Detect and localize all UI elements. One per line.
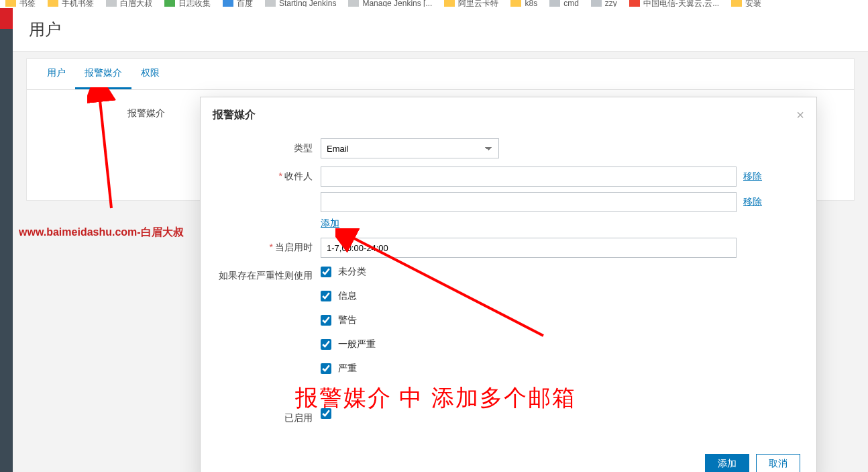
tab-perm[interactable]: 权限 [131, 59, 169, 89]
tab-media[interactable]: 报警媒介 [75, 59, 131, 89]
label-when-enabled: *当启用时 [217, 238, 321, 254]
bookmarks-bar: 书签 手机书签 白眉大叔 日志收集 百度 Starting Jenkins Ma… [0, 0, 868, 7]
file-icon [591, 0, 602, 7]
folder-icon [444, 0, 455, 7]
label-severity: 如果存在严重性则使用 [217, 266, 321, 282]
bookmark-item[interactable]: 中国电信-天翼云,云... [629, 0, 719, 7]
bookmark-item[interactable]: k8s [510, 0, 537, 7]
modal-add-button[interactable]: 添加 [705, 454, 749, 472]
label-type: 类型 [217, 138, 321, 154]
modal-cancel-button[interactable]: 取消 [756, 454, 800, 472]
modal-footer: 添加 取消 [201, 446, 816, 472]
close-icon[interactable]: × [796, 108, 804, 122]
page-title: 用户 [13, 8, 868, 52]
bookmark-item[interactable]: zzy [591, 0, 617, 7]
when-enabled-input[interactable] [321, 238, 737, 258]
remove-link-2[interactable]: 移除 [743, 196, 762, 208]
watermark-text: www.baimeidashu.com-白眉大叔 [19, 226, 184, 240]
bookmark-item[interactable]: Manage Jenkins [... [348, 0, 432, 7]
nav-sidebar [0, 8, 13, 472]
app-icon [223, 0, 233, 7]
folder-icon [510, 0, 521, 7]
recipient-input-1[interactable] [321, 167, 737, 187]
modal-header: 报警媒介 × [201, 97, 816, 132]
annotation-text: 报警媒介 中 添加多个邮箱 [295, 383, 576, 414]
alert-media-modal: 报警媒介 × 类型 Email *收件人 移除 移除 [200, 97, 817, 472]
app-icon [629, 0, 640, 7]
type-select[interactable]: Email [321, 138, 499, 158]
label-recipient: *收件人 [217, 167, 321, 183]
app-icon [164, 0, 175, 7]
bookmark-item[interactable]: 日志收集 [164, 0, 211, 7]
modal-title: 报警媒介 [213, 108, 256, 122]
remove-link-1[interactable]: 移除 [743, 171, 762, 183]
folder-icon [5, 0, 16, 7]
bookmark-item[interactable]: Starting Jenkins [265, 0, 336, 7]
bookmark-item[interactable]: cmd [549, 0, 579, 7]
person-icon [106, 0, 117, 7]
folder-icon [731, 0, 742, 7]
tab-user[interactable]: 用户 [38, 59, 75, 89]
bookmark-item[interactable]: 书签 [5, 0, 36, 7]
file-icon [549, 0, 560, 7]
bookmark-item[interactable]: 手机书签 [48, 0, 94, 7]
tabs: 用户 报警媒介 权限 [27, 59, 854, 90]
zabbix-logo[interactable] [0, 8, 13, 29]
bookmark-item[interactable]: 百度 [223, 0, 253, 7]
severity-high-checkbox[interactable] [321, 363, 331, 374]
recipient-input-2[interactable] [321, 192, 737, 212]
person-icon [265, 0, 276, 7]
severity-not-classified-checkbox[interactable] [321, 267, 331, 277]
person-icon [348, 0, 359, 7]
bookmark-item[interactable]: 白眉大叔 [106, 0, 152, 7]
severity-warning-checkbox[interactable] [321, 315, 331, 326]
severity-average-checkbox[interactable] [321, 339, 331, 350]
folder-icon [48, 0, 58, 7]
severity-information-checkbox[interactable] [321, 291, 331, 301]
add-recipient-link[interactable]: 添加 [321, 218, 339, 230]
bookmark-item[interactable]: 安装 [731, 0, 761, 7]
bookmark-item[interactable]: 阿里云卡特 [444, 0, 498, 7]
